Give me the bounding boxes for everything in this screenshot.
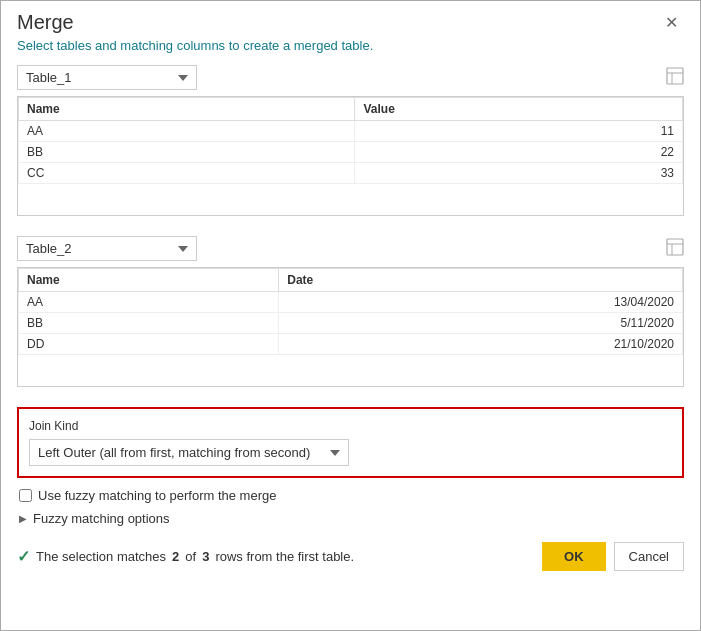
join-kind-label: Join Kind — [29, 419, 672, 433]
table1-row3-col2: 33 — [355, 163, 683, 184]
fuzzy-checkbox-label: Use fuzzy matching to perform the merge — [38, 488, 276, 503]
table-row: AA 13/04/2020 — [19, 292, 683, 313]
status-match-count: 2 — [172, 549, 179, 564]
table2-select[interactable]: Table_2 — [17, 236, 197, 261]
status-text: ✓ The selection matches 2 of 3 rows from… — [17, 547, 354, 566]
join-kind-section: Join Kind Left Outer (all from first, ma… — [17, 407, 684, 478]
table1-row1-col1: AA — [19, 121, 355, 142]
table2-row2-col1: BB — [19, 313, 279, 334]
merge-dialog: Merge ✕ Select tables and matching colum… — [0, 0, 701, 631]
status-row: ✓ The selection matches 2 of 3 rows from… — [17, 538, 684, 571]
table2-row2-col2: 5/11/2020 — [279, 313, 683, 334]
status-total: 3 — [202, 549, 209, 564]
table2-row1-col1: AA — [19, 292, 279, 313]
fuzzy-options-label: Fuzzy matching options — [33, 511, 170, 526]
table2-col2-header: Date — [279, 269, 683, 292]
dialog-title: Merge — [17, 11, 74, 34]
status-prefix: The selection matches — [36, 549, 166, 564]
dialog-body: Table_1 Name Value — [1, 65, 700, 587]
svg-rect-0 — [667, 68, 683, 84]
check-icon: ✓ — [17, 547, 30, 566]
table1-section: Table_1 Name Value — [17, 65, 684, 216]
table-row: CC 33 — [19, 163, 683, 184]
table2-data: Name Date AA 13/04/2020 BB 5/11/2020 — [18, 268, 683, 355]
join-kind-select[interactable]: Left Outer (all from first, matching fro… — [29, 439, 349, 466]
table2-row3-col1: DD — [19, 334, 279, 355]
table-row: BB 22 — [19, 142, 683, 163]
table1-dropdown-row: Table_1 — [17, 65, 684, 90]
table2-container: Name Date AA 13/04/2020 BB 5/11/2020 — [17, 267, 684, 387]
svg-rect-3 — [667, 239, 683, 255]
table-row: DD 21/10/2020 — [19, 334, 683, 355]
table2-section: Table_2 Name Date — [17, 236, 684, 387]
table1-row1-col2: 11 — [355, 121, 683, 142]
table1-select[interactable]: Table_1 — [17, 65, 197, 90]
titlebar: Merge ✕ — [1, 1, 700, 38]
table1-data: Name Value AA 11 BB 22 — [18, 97, 683, 184]
ok-button[interactable]: OK — [542, 542, 606, 571]
status-of: of — [185, 549, 196, 564]
table1-row2-col1: BB — [19, 142, 355, 163]
table2-icon — [666, 238, 684, 260]
fuzzy-matching-checkbox[interactable] — [19, 489, 32, 502]
table2-dropdown-row: Table_2 — [17, 236, 684, 261]
close-button[interactable]: ✕ — [659, 13, 684, 33]
table1-row3-col1: CC — [19, 163, 355, 184]
table1-container: Name Value AA 11 BB 22 — [17, 96, 684, 216]
table2-col1-header: Name — [19, 269, 279, 292]
table1-row2-col2: 22 — [355, 142, 683, 163]
table1-col1-header: Name — [19, 98, 355, 121]
fuzzy-options-row[interactable]: ▶ Fuzzy matching options — [17, 511, 684, 526]
table2-row3-col2: 21/10/2020 — [279, 334, 683, 355]
expand-icon: ▶ — [19, 513, 27, 524]
table2-row1-col2: 13/04/2020 — [279, 292, 683, 313]
dialog-subtitle: Select tables and matching columns to cr… — [1, 38, 700, 65]
table1-icon — [666, 67, 684, 89]
cancel-button[interactable]: Cancel — [614, 542, 684, 571]
table-row: BB 5/11/2020 — [19, 313, 683, 334]
fuzzy-checkbox-row: Use fuzzy matching to perform the merge — [17, 488, 684, 503]
table-row: AA 11 — [19, 121, 683, 142]
status-suffix: rows from the first table. — [215, 549, 354, 564]
table1-col2-header: Value — [355, 98, 683, 121]
button-row: OK Cancel — [542, 542, 684, 571]
